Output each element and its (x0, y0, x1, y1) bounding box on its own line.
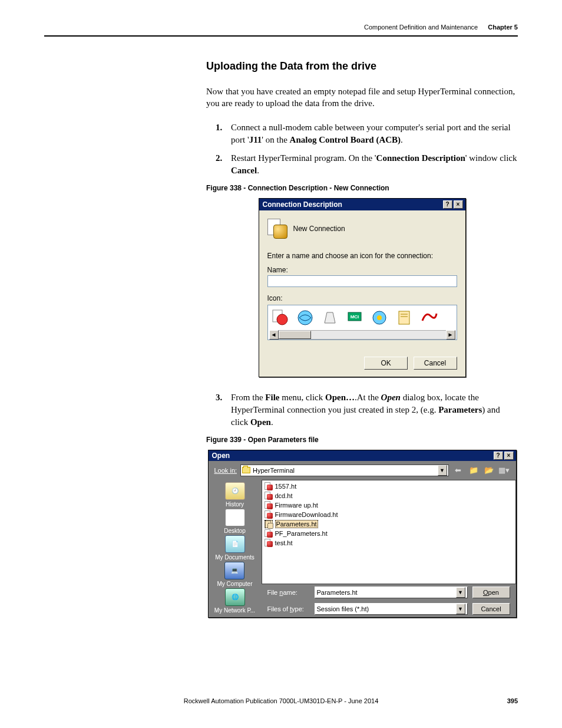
page-number: 395 (507, 697, 518, 704)
hyperterminal-icon (267, 219, 287, 239)
dialog-prompt: Enter a name and choose an icon for the … (267, 252, 457, 260)
conn-icon-7[interactable] (419, 308, 439, 328)
main-content: Uploading the Data from the drive Now th… (206, 60, 518, 618)
dialog-body: New Connection Enter a name and choose a… (259, 210, 465, 377)
conn-icon-3[interactable] (320, 308, 340, 328)
lookin-label: Look in: (214, 467, 237, 474)
close-button[interactable]: × (504, 452, 514, 460)
place-mynet[interactable]: 🌐My Network P... (214, 588, 255, 614)
conn-icon-4[interactable]: MCI (345, 308, 365, 328)
place-mycomp[interactable]: 💻My Computer (217, 562, 252, 587)
filetype-combo[interactable]: Session files (*.ht)▼ (315, 603, 468, 615)
chapter-title: Component Definition and Maintenance (364, 24, 478, 31)
mydocs-icon: 📄 (225, 535, 245, 553)
filename-row: File name: Parameters.ht▼ Open (262, 584, 516, 601)
filename-label: File name: (267, 589, 310, 596)
scroll-right-button[interactable]: ► (446, 330, 455, 340)
new-connection-row: New Connection (267, 219, 457, 239)
connection-description-dialog: Connection Description ? × New Connectio… (259, 198, 466, 377)
open-dialog-titlebar: Open ? × (209, 450, 516, 461)
place-mydocs[interactable]: 📄My Documents (215, 535, 254, 561)
figure-339-caption: Figure 339 - Open Parameters file (206, 436, 518, 444)
name-label: Name: (267, 266, 457, 274)
open-dialog: Open ? × Look in: HyperTerminal ▼ ⬅ 📁 📂 … (208, 450, 517, 618)
figure-339-image: Open ? × Look in: HyperTerminal ▼ ⬅ 📁 📂 … (206, 450, 518, 618)
step-list-cont: From the File menu, click Open….At the O… (220, 391, 518, 429)
file-name: dcd.ht (275, 492, 293, 499)
step-list: Connect a null-modem cable between your … (220, 121, 518, 177)
filetype-row: Files of type: Session files (*.ht)▼ Can… (262, 601, 516, 617)
dropdown-arrow-icon[interactable]: ▼ (456, 587, 465, 598)
figure-338-caption: Figure 338 - Connection Description - Ne… (206, 184, 518, 192)
name-input[interactable] (267, 275, 457, 287)
file-name: 1557.ht (275, 483, 297, 490)
file-item[interactable]: PF_Parameters.ht (265, 529, 513, 538)
cancel-button[interactable]: Cancel (414, 357, 457, 370)
new-folder-icon[interactable]: 📂 (483, 465, 495, 476)
close-button[interactable]: × (454, 200, 463, 209)
conn-icon-6[interactable] (394, 308, 414, 328)
file-item[interactable]: FirmwareDownload.ht (265, 510, 513, 519)
step-3: From the File menu, click Open….At the O… (220, 391, 518, 429)
svg-point-2 (298, 311, 312, 325)
session-file-icon (265, 529, 273, 538)
file-item[interactable]: 1557.ht (265, 482, 513, 491)
open-button[interactable]: Open (472, 587, 510, 598)
publication-line: Rockwell Automation Publication 7000L-UM… (184, 697, 379, 704)
file-item[interactable]: Firmware up.ht (265, 500, 513, 510)
running-header: Component Definition and Maintenance Cha… (44, 24, 518, 37)
file-item[interactable]: Parameters.ht (265, 519, 513, 529)
svg-point-1 (277, 314, 287, 325)
svg-text:MCI: MCI (350, 314, 359, 319)
scroll-left-button[interactable]: ◄ (269, 330, 279, 340)
scroll-track[interactable] (279, 330, 446, 340)
history-icon: 🕘 (225, 482, 245, 500)
session-file-icon (265, 539, 273, 547)
places-bar: 🕘History 🖥Desktop 📄My Documents 💻My Comp… (209, 480, 262, 617)
back-icon[interactable]: ⬅ (452, 465, 464, 476)
dialog-button-row: OK Cancel (267, 357, 457, 370)
conn-icon-2[interactable] (295, 308, 315, 328)
svg-marker-3 (325, 312, 335, 323)
views-icon[interactable]: ▦▾ (498, 465, 510, 476)
file-item[interactable]: test.ht (265, 538, 513, 548)
filename-input[interactable]: Parameters.ht▼ (315, 587, 468, 598)
icon-picker[interactable]: MCI ◄ ► (267, 305, 457, 340)
lookin-row: Look in: HyperTerminal ▼ ⬅ 📁 📂 ▦▾ (209, 461, 516, 480)
intro-paragraph: Now that you have created an empty notep… (206, 85, 518, 110)
icon-label: Icon: (267, 294, 457, 302)
dropdown-arrow-icon[interactable]: ▼ (456, 604, 465, 614)
ok-button[interactable]: OK (364, 357, 408, 370)
session-file-icon (265, 501, 273, 509)
session-file-icon (265, 482, 273, 490)
scroll-thumb[interactable] (279, 331, 311, 339)
new-connection-label: New Connection (293, 225, 345, 233)
filetype-label: Files of type: (267, 605, 310, 612)
dialog-title: Connection Description (263, 200, 442, 209)
desktop-icon: 🖥 (225, 509, 245, 526)
file-name: PF_Parameters.ht (275, 530, 328, 537)
dialog-titlebar: Connection Description ? × (259, 199, 465, 210)
file-name: test.ht (275, 539, 293, 546)
cancel-button[interactable]: Cancel (472, 603, 510, 615)
file-list[interactable]: 1557.htdcd.htFirmware up.htFirmwareDownl… (262, 480, 516, 584)
up-folder-icon[interactable]: 📁 (468, 465, 480, 476)
place-desktop[interactable]: 🖥Desktop (224, 509, 246, 534)
mycomp-icon: 💻 (224, 562, 244, 579)
lookin-value: HyperTerminal (253, 467, 295, 474)
lookin-combo[interactable]: HyperTerminal ▼ (240, 465, 448, 476)
conn-icon-5[interactable] (369, 308, 389, 328)
mynet-icon: 🌐 (225, 588, 245, 606)
help-button[interactable]: ? (443, 200, 452, 209)
place-history[interactable]: 🕘History (225, 482, 245, 508)
session-file-icon (265, 510, 273, 519)
dropdown-arrow-icon[interactable]: ▼ (438, 465, 447, 476)
svg-point-7 (377, 315, 382, 320)
help-button[interactable]: ? (494, 452, 503, 460)
icon-scrollbar[interactable]: ◄ ► (269, 330, 455, 340)
file-item[interactable]: dcd.ht (265, 491, 513, 500)
conn-icon-1[interactable] (270, 308, 290, 328)
svg-rect-8 (399, 311, 409, 324)
figure-338-image: Connection Description ? × New Connectio… (206, 198, 518, 377)
folder-icon (242, 467, 250, 473)
